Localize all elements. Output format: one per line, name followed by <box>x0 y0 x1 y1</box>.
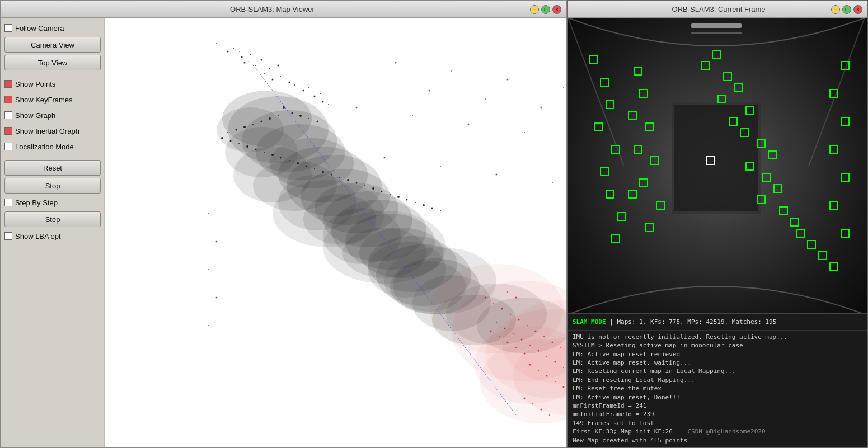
svg-point-11 <box>264 73 265 74</box>
show-points-label: Show Points <box>15 80 55 88</box>
svg-point-151 <box>485 98 486 100</box>
svg-rect-185 <box>634 67 642 75</box>
svg-point-114 <box>538 370 539 371</box>
show-keyframes-checkbox[interactable] <box>4 96 12 103</box>
close-button[interactable]: × <box>552 5 561 14</box>
svg-point-105 <box>518 319 520 321</box>
svg-point-119 <box>524 398 526 399</box>
svg-rect-197 <box>724 73 731 81</box>
follow-camera-label: Follow Camera <box>15 24 64 32</box>
svg-line-170 <box>568 18 624 166</box>
svg-point-55 <box>397 196 400 198</box>
svg-point-168 <box>216 297 218 299</box>
svg-point-122 <box>549 414 550 416</box>
svg-point-8 <box>261 59 262 61</box>
show-inertial-graph-checkbox[interactable] <box>4 127 12 135</box>
cf-close-button[interactable]: × <box>853 5 862 14</box>
svg-point-121 <box>541 409 542 411</box>
svg-point-124 <box>515 297 517 299</box>
svg-point-58 <box>423 204 425 206</box>
current-frame-window: ORB-SLAM3: Current Frame − □ × <box>567 0 868 448</box>
svg-point-125 <box>496 322 497 323</box>
svg-point-152 <box>541 107 542 109</box>
svg-point-4 <box>241 56 243 58</box>
localization-mode-checkbox[interactable] <box>4 143 12 150</box>
map-viewer-buttons[interactable]: − □ × <box>530 5 561 14</box>
map-canvas[interactable] <box>105 18 566 447</box>
svg-rect-183 <box>617 213 625 220</box>
svg-point-9 <box>269 68 270 69</box>
svg-point-3 <box>233 48 234 49</box>
top-view-button[interactable]: Top View <box>4 55 101 70</box>
svg-rect-206 <box>763 173 771 181</box>
map-viewer-body: Follow Camera Camera View Top View Show … <box>1 18 566 447</box>
svg-point-10 <box>278 65 279 67</box>
svg-rect-212 <box>808 240 815 248</box>
svg-rect-189 <box>634 145 642 153</box>
show-lba-opt-row[interactable]: Show LBA opt <box>4 229 101 243</box>
svg-point-132 <box>555 361 556 363</box>
follow-camera-checkbox[interactable] <box>4 24 12 32</box>
svg-point-149 <box>563 87 564 88</box>
log-line-10: mnInitialFrameId = 239 <box>573 410 862 418</box>
log-area: IMU is not or recently initialized. Rese… <box>568 330 867 447</box>
svg-point-113 <box>529 364 531 366</box>
current-frame-titlebar: ORB-SLAM3: Current Frame − □ × <box>568 1 867 18</box>
camera-frame <box>568 18 867 313</box>
stop-button[interactable]: Stop <box>4 178 101 194</box>
svg-point-129 <box>529 345 531 346</box>
svg-rect-175 <box>674 105 758 211</box>
show-graph-checkbox[interactable] <box>4 111 12 119</box>
cf-window-buttons[interactable]: − □ × <box>831 5 862 14</box>
map-viewer-sidebar: Follow Camera Camera View Top View Show … <box>1 18 105 447</box>
svg-rect-177 <box>600 78 608 86</box>
log-line-11: 149 Frames set to lost <box>573 419 862 427</box>
show-keyframes-label: Show KeyFrames <box>15 96 73 104</box>
svg-point-143 <box>515 347 517 348</box>
svg-rect-188 <box>645 123 653 131</box>
show-inertial-graph-row[interactable]: Show Inertial Graph <box>4 124 101 138</box>
svg-point-144 <box>524 353 526 355</box>
show-lba-opt-checkbox[interactable] <box>4 232 12 240</box>
svg-rect-178 <box>606 101 614 109</box>
svg-point-12 <box>272 79 274 81</box>
log-line-5: LM: Reseting current map in Local Mappin… <box>573 367 862 375</box>
svg-rect-213 <box>819 252 827 260</box>
svg-rect-196 <box>712 50 720 58</box>
show-points-row[interactable]: Show Points <box>4 77 101 91</box>
svg-point-16 <box>303 90 304 92</box>
svg-point-108 <box>543 336 545 337</box>
log-line-2: SYSTEM-> Reseting active map in monocula… <box>573 341 862 350</box>
cf-minimize-button[interactable]: − <box>831 5 840 14</box>
show-keyframes-row[interactable]: Show KeyFrames <box>4 93 101 106</box>
svg-rect-179 <box>595 123 603 131</box>
step-by-step-row[interactable]: Step By Step <box>4 196 101 209</box>
reset-button[interactable]: Reset <box>4 160 101 176</box>
minimize-button[interactable]: − <box>530 5 539 14</box>
show-points-checkbox[interactable] <box>4 80 12 88</box>
svg-point-147 <box>451 70 452 72</box>
maximize-button[interactable]: □ <box>541 5 550 14</box>
svg-point-148 <box>507 79 509 81</box>
svg-rect-184 <box>612 235 620 243</box>
log-line-9: mnFirstFrameId = 241 <box>573 402 862 410</box>
camera-view-button[interactable]: Camera View <box>4 37 101 53</box>
svg-point-17 <box>308 87 309 88</box>
cf-maximize-button[interactable]: □ <box>842 5 851 14</box>
show-lba-opt-label: Show LBA opt <box>15 232 61 240</box>
svg-point-141 <box>499 336 500 337</box>
step-button[interactable]: Step <box>4 211 101 227</box>
show-graph-row[interactable]: Show Graph <box>4 109 101 122</box>
step-by-step-checkbox[interactable] <box>4 199 12 206</box>
svg-point-20 <box>322 101 324 103</box>
localization-mode-row[interactable]: Localization Mode <box>4 140 101 153</box>
svg-point-110 <box>560 347 561 348</box>
svg-point-2 <box>227 51 229 53</box>
svg-line-171 <box>809 18 865 166</box>
svg-rect-211 <box>796 229 804 237</box>
svg-point-106 <box>527 325 528 326</box>
svg-point-101 <box>485 297 486 299</box>
step-by-step-label: Step By Step <box>15 199 58 207</box>
show-graph-label: Show Graph <box>15 111 55 120</box>
follow-camera-row[interactable]: Follow Camera <box>4 21 101 35</box>
